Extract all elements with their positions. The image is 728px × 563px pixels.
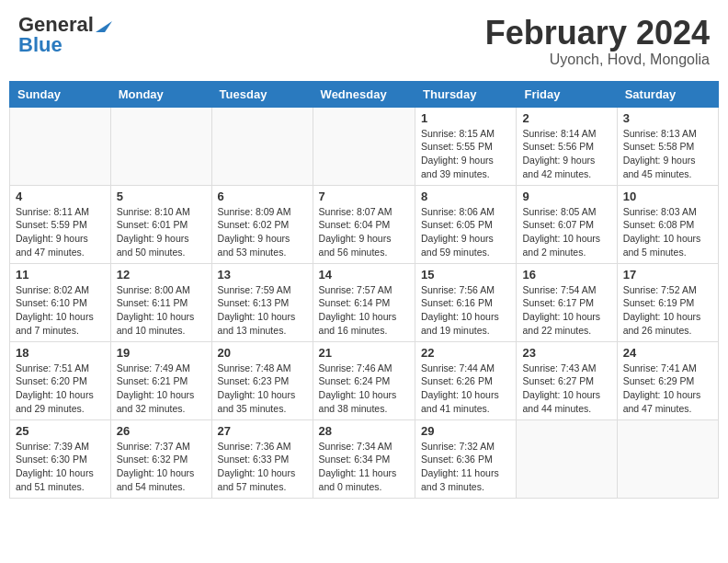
day-info: Sunrise: 8:06 AM Sunset: 6:05 PM Dayligh… — [421, 205, 510, 259]
week-row-4: 18Sunrise: 7:51 AM Sunset: 6:20 PM Dayli… — [10, 341, 719, 419]
calendar-cell: 5Sunrise: 8:10 AM Sunset: 6:01 PM Daylig… — [110, 185, 211, 263]
col-header-monday: Monday — [110, 81, 211, 107]
calendar-cell — [617, 419, 718, 498]
day-info: Sunrise: 8:09 AM Sunset: 6:02 PM Dayligh… — [218, 205, 307, 259]
day-number: 3 — [623, 111, 712, 125]
day-info: Sunrise: 7:37 AM Sunset: 6:32 PM Dayligh… — [117, 440, 206, 494]
calendar-cell: 11Sunrise: 8:02 AM Sunset: 6:10 PM Dayli… — [10, 263, 111, 341]
day-number: 7 — [319, 190, 409, 203]
day-info: Sunrise: 8:07 AM Sunset: 6:04 PM Dayligh… — [319, 205, 409, 259]
day-number: 8 — [421, 190, 510, 203]
col-header-sunday: Sunday — [10, 81, 111, 107]
day-number: 29 — [421, 424, 510, 438]
week-row-3: 11Sunrise: 8:02 AM Sunset: 6:10 PM Dayli… — [10, 263, 719, 341]
day-info: Sunrise: 7:46 AM Sunset: 6:24 PM Dayligh… — [319, 362, 409, 416]
day-info: Sunrise: 8:10 AM Sunset: 6:01 PM Dayligh… — [117, 205, 206, 259]
day-number: 11 — [16, 268, 105, 282]
day-info: Sunrise: 7:39 AM Sunset: 6:30 PM Dayligh… — [16, 440, 105, 494]
week-row-5: 25Sunrise: 7:39 AM Sunset: 6:30 PM Dayli… — [10, 419, 719, 498]
day-info: Sunrise: 8:02 AM Sunset: 6:10 PM Dayligh… — [16, 283, 105, 338]
day-info: Sunrise: 7:51 AM Sunset: 6:20 PM Dayligh… — [16, 362, 105, 416]
day-number: 12 — [117, 268, 206, 282]
calendar-cell: 25Sunrise: 7:39 AM Sunset: 6:30 PM Dayli… — [10, 419, 111, 498]
logo-blue-text: Blue — [18, 35, 63, 55]
logo: General Blue — [18, 15, 112, 55]
day-number: 26 — [117, 424, 206, 438]
day-number: 19 — [117, 346, 206, 360]
week-row-2: 4Sunrise: 8:11 AM Sunset: 5:59 PM Daylig… — [10, 185, 719, 263]
calendar-cell: 8Sunrise: 8:06 AM Sunset: 6:05 PM Daylig… — [415, 185, 517, 263]
day-number: 5 — [117, 190, 206, 203]
day-number: 28 — [319, 424, 409, 438]
day-info: Sunrise: 8:00 AM Sunset: 6:11 PM Dayligh… — [117, 283, 206, 338]
day-number: 14 — [319, 268, 409, 282]
col-header-thursday: Thursday — [415, 81, 517, 107]
calendar-cell: 1Sunrise: 8:15 AM Sunset: 5:55 PM Daylig… — [415, 107, 517, 185]
calendar-cell: 27Sunrise: 7:36 AM Sunset: 6:33 PM Dayli… — [211, 419, 313, 498]
day-number: 25 — [16, 424, 105, 438]
calendar-cell: 20Sunrise: 7:48 AM Sunset: 6:23 PM Dayli… — [211, 341, 313, 419]
day-number: 6 — [218, 190, 307, 203]
calendar-cell: 9Sunrise: 8:05 AM Sunset: 6:07 PM Daylig… — [517, 185, 617, 263]
day-number: 10 — [623, 190, 712, 203]
day-number: 17 — [623, 268, 712, 282]
day-info: Sunrise: 7:52 AM Sunset: 6:19 PM Dayligh… — [623, 283, 712, 338]
day-number: 2 — [522, 111, 610, 125]
day-number: 24 — [623, 346, 712, 360]
day-info: Sunrise: 7:59 AM Sunset: 6:13 PM Dayligh… — [218, 283, 307, 338]
day-number: 27 — [218, 424, 307, 438]
calendar-cell: 12Sunrise: 8:00 AM Sunset: 6:11 PM Dayli… — [110, 263, 211, 341]
calendar-cell: 21Sunrise: 7:46 AM Sunset: 6:24 PM Dayli… — [313, 341, 415, 419]
day-info: Sunrise: 7:44 AM Sunset: 6:26 PM Dayligh… — [421, 362, 510, 416]
day-info: Sunrise: 8:14 AM Sunset: 5:56 PM Dayligh… — [522, 127, 610, 181]
calendar-cell — [110, 107, 211, 185]
calendar-header-row: SundayMondayTuesdayWednesdayThursdayFrid… — [10, 81, 719, 107]
calendar-cell: 23Sunrise: 7:43 AM Sunset: 6:27 PM Dayli… — [517, 341, 617, 419]
day-number: 20 — [218, 346, 307, 360]
calendar-cell: 16Sunrise: 7:54 AM Sunset: 6:17 PM Dayli… — [517, 263, 617, 341]
day-info: Sunrise: 8:13 AM Sunset: 5:58 PM Dayligh… — [623, 127, 712, 181]
day-info: Sunrise: 8:03 AM Sunset: 6:08 PM Dayligh… — [623, 205, 712, 259]
calendar-cell: 26Sunrise: 7:37 AM Sunset: 6:32 PM Dayli… — [110, 419, 211, 498]
calendar-table: SundayMondayTuesdayWednesdayThursdayFrid… — [9, 81, 719, 499]
day-info: Sunrise: 7:41 AM Sunset: 6:29 PM Dayligh… — [623, 362, 712, 416]
day-number: 16 — [522, 268, 610, 282]
calendar-cell — [313, 107, 415, 185]
svg-marker-0 — [96, 21, 112, 32]
calendar-cell: 17Sunrise: 7:52 AM Sunset: 6:19 PM Dayli… — [617, 263, 718, 341]
day-info: Sunrise: 7:54 AM Sunset: 6:17 PM Dayligh… — [522, 283, 610, 338]
calendar-cell: 28Sunrise: 7:34 AM Sunset: 6:34 PM Dayli… — [313, 419, 415, 498]
calendar-cell: 10Sunrise: 8:03 AM Sunset: 6:08 PM Dayli… — [617, 185, 718, 263]
main-title: February 2024 — [485, 15, 710, 52]
col-header-friday: Friday — [517, 81, 617, 107]
calendar-cell: 24Sunrise: 7:41 AM Sunset: 6:29 PM Dayli… — [617, 341, 718, 419]
calendar-cell — [10, 107, 111, 185]
calendar-cell — [211, 107, 313, 185]
day-info: Sunrise: 7:34 AM Sunset: 6:34 PM Dayligh… — [319, 440, 409, 494]
day-info: Sunrise: 7:49 AM Sunset: 6:21 PM Dayligh… — [117, 362, 206, 416]
calendar-cell: 4Sunrise: 8:11 AM Sunset: 5:59 PM Daylig… — [10, 185, 111, 263]
calendar-cell: 2Sunrise: 8:14 AM Sunset: 5:56 PM Daylig… — [517, 107, 617, 185]
calendar-cell: 15Sunrise: 7:56 AM Sunset: 6:16 PM Dayli… — [415, 263, 517, 341]
day-number: 15 — [421, 268, 510, 282]
day-info: Sunrise: 7:48 AM Sunset: 6:23 PM Dayligh… — [218, 362, 307, 416]
calendar-cell: 7Sunrise: 8:07 AM Sunset: 6:04 PM Daylig… — [313, 185, 415, 263]
logo-bird-icon — [96, 14, 112, 32]
calendar-cell: 14Sunrise: 7:57 AM Sunset: 6:14 PM Dayli… — [313, 263, 415, 341]
day-number: 4 — [16, 190, 105, 203]
day-info: Sunrise: 7:56 AM Sunset: 6:16 PM Dayligh… — [421, 283, 510, 338]
col-header-tuesday: Tuesday — [211, 81, 313, 107]
day-info: Sunrise: 7:43 AM Sunset: 6:27 PM Dayligh… — [522, 362, 610, 416]
calendar-cell: 3Sunrise: 8:13 AM Sunset: 5:58 PM Daylig… — [617, 107, 718, 185]
day-info: Sunrise: 8:15 AM Sunset: 5:55 PM Dayligh… — [421, 127, 510, 181]
day-number: 18 — [16, 346, 105, 360]
day-number: 21 — [319, 346, 409, 360]
day-number: 23 — [522, 346, 610, 360]
col-header-wednesday: Wednesday — [313, 81, 415, 107]
title-block: February 2024 Uyonch, Hovd, Mongolia — [485, 15, 710, 68]
day-info: Sunrise: 7:32 AM Sunset: 6:36 PM Dayligh… — [421, 440, 510, 494]
calendar-cell: 18Sunrise: 7:51 AM Sunset: 6:20 PM Dayli… — [10, 341, 111, 419]
week-row-1: 1Sunrise: 8:15 AM Sunset: 5:55 PM Daylig… — [10, 107, 719, 185]
day-number: 9 — [522, 190, 610, 203]
day-number: 22 — [421, 346, 510, 360]
